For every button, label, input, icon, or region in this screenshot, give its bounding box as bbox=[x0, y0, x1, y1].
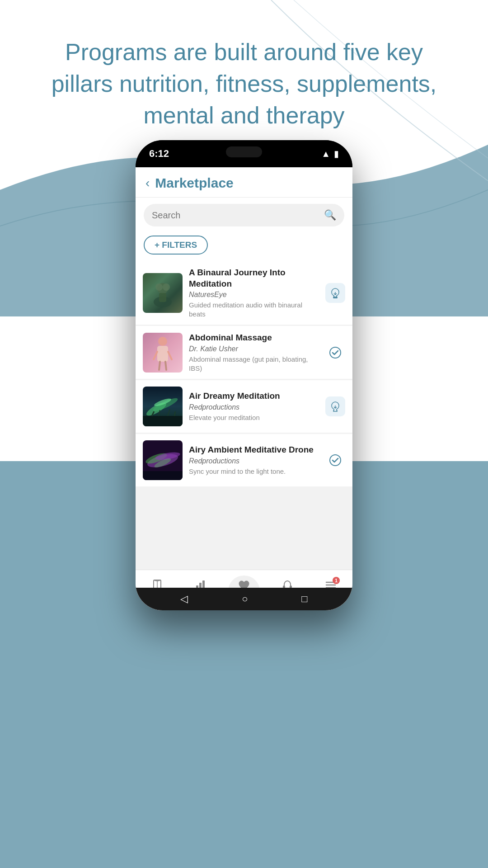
item-info: Air Dreamy Meditation Redproductions Ele… bbox=[189, 391, 319, 422]
item-info: Airy Ambient Meditative Drone Redproduct… bbox=[189, 444, 319, 476]
filter-button[interactable]: + FILTERS bbox=[144, 236, 208, 255]
list-item[interactable]: Air Dreamy Meditation Redproductions Ele… bbox=[136, 380, 352, 433]
header-section: Programs are built around five key pilla… bbox=[0, 36, 488, 132]
svg-line-9 bbox=[159, 362, 160, 370]
content-list[interactable]: A Binaural Journey Into Meditation Natur… bbox=[136, 261, 352, 570]
item-thumbnail bbox=[143, 333, 183, 373]
status-icons: ▲ ▮ bbox=[321, 148, 339, 159]
svg-rect-2 bbox=[159, 293, 166, 302]
svg-rect-25 bbox=[143, 471, 183, 480]
item-thumbnail bbox=[143, 387, 183, 426]
filter-label: + FILTERS bbox=[155, 240, 197, 250]
phone-device: 6:12 ▲ ▮ ‹ Marketplace 🔍 bbox=[136, 140, 352, 610]
android-nav-bar: ◁ ○ □ bbox=[136, 588, 352, 610]
menu-badge: 1 bbox=[333, 577, 340, 584]
person-illustration bbox=[149, 335, 176, 371]
item-author: Redproductions bbox=[189, 403, 319, 411]
item-thumbnail bbox=[143, 273, 183, 313]
item-desc: Guided meditation audio with binaural be… bbox=[189, 301, 319, 318]
svg-point-3 bbox=[155, 283, 163, 291]
search-bar[interactable]: 🔍 bbox=[144, 204, 344, 226]
filters-section: + FILTERS bbox=[136, 231, 352, 261]
list-item[interactable]: Airy Ambient Meditative Drone Redproduct… bbox=[136, 434, 352, 486]
item-desc: Abdominal massage (gut pain, bloating, I… bbox=[189, 355, 319, 373]
home-nav-btn[interactable]: ○ bbox=[242, 593, 248, 605]
item-title: Airy Ambient Meditative Drone bbox=[189, 444, 319, 456]
camera-notch bbox=[226, 146, 262, 157]
svg-line-18 bbox=[168, 409, 170, 416]
aurora2-illustration bbox=[143, 440, 183, 480]
download-button[interactable] bbox=[325, 396, 345, 416]
app-header: ‹ Marketplace bbox=[136, 167, 352, 198]
check-button[interactable] bbox=[325, 343, 345, 363]
aurora-illustration bbox=[143, 387, 183, 426]
back-nav-btn[interactable]: ◁ bbox=[180, 593, 188, 605]
svg-line-19 bbox=[174, 411, 175, 416]
check-button[interactable] bbox=[325, 450, 345, 470]
search-icon: 🔍 bbox=[324, 209, 336, 221]
download-icon bbox=[330, 401, 341, 412]
item-author: Redproductions bbox=[189, 457, 319, 465]
list-item[interactable]: Abdominal Massage Dr. Katie Usher Abdomi… bbox=[136, 326, 352, 379]
svg-point-5 bbox=[158, 337, 167, 346]
status-bar: 6:12 ▲ ▮ bbox=[136, 140, 352, 167]
item-info: Abdominal Massage Dr. Katie Usher Abdomi… bbox=[189, 332, 319, 373]
search-input[interactable] bbox=[152, 210, 319, 221]
app-title: Marketplace bbox=[155, 175, 233, 191]
download-button[interactable] bbox=[325, 283, 345, 303]
item-title: Air Dreamy Meditation bbox=[189, 391, 319, 402]
statue-illustration bbox=[149, 277, 176, 309]
phone-body: 6:12 ▲ ▮ ‹ Marketplace 🔍 bbox=[136, 140, 352, 610]
signal-icon: ▲ bbox=[321, 149, 330, 159]
item-thumbnail bbox=[143, 440, 183, 480]
item-author: NaturesEye bbox=[189, 291, 319, 299]
check-icon bbox=[329, 346, 342, 359]
item-desc: Sync your mind to the light tone. bbox=[189, 467, 319, 476]
svg-point-4 bbox=[163, 283, 170, 291]
search-section: 🔍 bbox=[136, 198, 352, 231]
item-title: A Binaural Journey Into Meditation bbox=[189, 267, 319, 289]
svg-line-8 bbox=[168, 352, 172, 359]
item-author: Dr. Katie Usher bbox=[189, 345, 319, 353]
header-text: Programs are built around five key pilla… bbox=[36, 36, 452, 132]
svg-point-11 bbox=[330, 347, 341, 358]
time-display: 6:12 bbox=[149, 148, 169, 160]
back-button[interactable]: ‹ bbox=[145, 176, 150, 190]
item-title: Abdominal Massage bbox=[189, 332, 319, 344]
download-icon bbox=[330, 288, 341, 298]
battery-icon: ▮ bbox=[334, 148, 339, 159]
svg-rect-6 bbox=[157, 346, 168, 362]
list-item[interactable]: A Binaural Journey Into Meditation Natur… bbox=[136, 261, 352, 325]
phone-screen: ‹ Marketplace 🔍 + FILTERS bbox=[136, 167, 352, 610]
svg-line-7 bbox=[154, 352, 157, 359]
item-info: A Binaural Journey Into Meditation Natur… bbox=[189, 267, 319, 318]
item-desc: Elevate your meditation bbox=[189, 413, 319, 422]
check-icon bbox=[329, 454, 342, 467]
svg-point-26 bbox=[330, 455, 341, 466]
svg-line-10 bbox=[165, 362, 166, 370]
recents-nav-btn[interactable]: □ bbox=[301, 593, 307, 605]
svg-rect-15 bbox=[143, 416, 183, 426]
